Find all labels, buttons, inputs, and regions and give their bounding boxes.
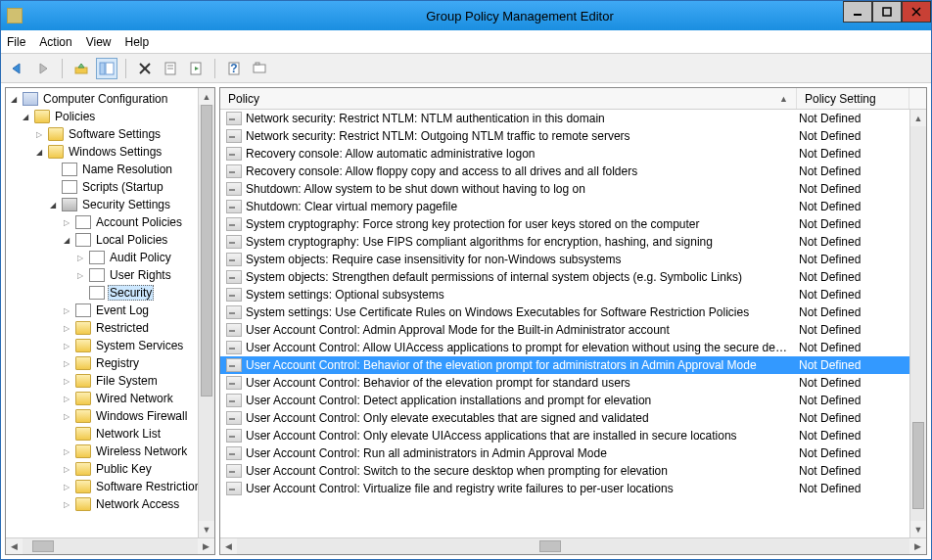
menu-action[interactable]: Action bbox=[39, 35, 71, 49]
tree-audit-policy[interactable]: Audit Policy bbox=[6, 249, 214, 266]
scroll-up-icon[interactable]: ▲ bbox=[910, 110, 926, 126]
expand-arrow-icon[interactable] bbox=[61, 498, 72, 510]
options-button[interactable] bbox=[249, 58, 270, 79]
delete-button[interactable] bbox=[134, 58, 156, 79]
expand-arrow-icon[interactable] bbox=[61, 216, 72, 228]
expand-arrow-icon[interactable] bbox=[47, 199, 59, 210]
expand-arrow-icon[interactable] bbox=[74, 252, 86, 263]
up-button[interactable] bbox=[70, 58, 92, 79]
tree-restricted[interactable]: Restricted bbox=[6, 319, 214, 337]
expand-arrow-icon[interactable] bbox=[61, 410, 72, 422]
maximize-button[interactable] bbox=[872, 1, 902, 23]
minimize-button[interactable] bbox=[843, 1, 872, 23]
scroll-down-icon[interactable]: ▼ bbox=[910, 521, 926, 537]
column-policy-header[interactable]: Policy ▲ bbox=[220, 88, 797, 109]
tree-security-options[interactable]: Security bbox=[6, 284, 214, 302]
policy-row[interactable]: System objects: Require case insensitivi… bbox=[220, 251, 909, 268]
expand-arrow-icon[interactable] bbox=[61, 481, 72, 492]
policy-row[interactable]: System cryptography: Use FIPS compliant … bbox=[220, 233, 909, 251]
policy-row[interactable]: User Account Control: Allow UIAccess app… bbox=[220, 339, 909, 356]
policy-row[interactable]: Network security: Restrict NTLM: Outgoin… bbox=[220, 127, 909, 145]
menu-view[interactable]: View bbox=[86, 35, 112, 49]
tree-label: Wireless Network bbox=[94, 444, 189, 458]
policy-row[interactable]: User Account Control: Admin Approval Mod… bbox=[220, 321, 909, 339]
expand-arrow-icon[interactable] bbox=[61, 357, 72, 369]
properties-button[interactable] bbox=[160, 58, 181, 79]
policy-row[interactable]: User Account Control: Run all administra… bbox=[220, 444, 909, 462]
policy-row[interactable]: User Account Control: Switch to the secu… bbox=[220, 462, 909, 480]
tree-registry[interactable]: Registry bbox=[6, 354, 214, 372]
tree-user-rights[interactable]: User Rights bbox=[6, 266, 214, 284]
policy-row[interactable]: User Account Control: Behavior of the el… bbox=[220, 356, 909, 374]
expand-arrow-icon[interactable] bbox=[61, 304, 72, 316]
column-setting-header[interactable]: Policy Setting bbox=[797, 88, 909, 109]
policy-row[interactable]: Shutdown: Clear virtual memory pagefileN… bbox=[220, 198, 909, 215]
tree-vertical-scrollbar[interactable]: ▲ ▼ bbox=[198, 88, 214, 537]
separator bbox=[62, 59, 63, 78]
expand-arrow-icon[interactable] bbox=[33, 146, 45, 158]
close-button[interactable] bbox=[902, 1, 931, 23]
tree-security-settings[interactable]: Security Settings bbox=[6, 196, 214, 213]
menu-help[interactable]: Help bbox=[125, 35, 150, 49]
tree-scripts[interactable]: Scripts (Startup bbox=[6, 178, 214, 196]
tree-wireless-network[interactable]: Wireless Network bbox=[6, 443, 214, 460]
policy-row[interactable]: User Account Control: Only elevate execu… bbox=[220, 409, 909, 427]
menu-file[interactable]: File bbox=[7, 35, 25, 49]
tree-file-system[interactable]: File System bbox=[6, 372, 214, 390]
tree-policies[interactable]: Policies bbox=[6, 108, 214, 125]
tree-network-access[interactable]: Network Access bbox=[6, 495, 214, 513]
tree-label: File System bbox=[94, 374, 160, 388]
policy-row[interactable]: User Account Control: Behavior of the el… bbox=[220, 374, 909, 392]
tree-horizontal-scrollbar[interactable]: ◀ ▶ bbox=[6, 537, 214, 554]
back-button[interactable] bbox=[7, 58, 28, 79]
expand-arrow-icon[interactable] bbox=[61, 463, 72, 475]
expand-arrow-icon[interactable] bbox=[61, 375, 72, 387]
expand-arrow-icon[interactable] bbox=[74, 269, 86, 281]
tree-system-services[interactable]: System Services bbox=[6, 337, 214, 354]
expand-arrow-icon[interactable] bbox=[61, 322, 72, 334]
tree-windows-settings[interactable]: Windows Settings bbox=[6, 143, 214, 161]
policy-row[interactable]: System settings: Use Certificate Rules o… bbox=[220, 303, 909, 321]
scroll-left-icon[interactable]: ◀ bbox=[220, 538, 237, 554]
folder-icon bbox=[75, 409, 91, 423]
list-vertical-scrollbar[interactable]: ▲ ▼ bbox=[909, 110, 926, 537]
policy-row[interactable]: User Account Control: Detect application… bbox=[220, 392, 909, 409]
expand-arrow-icon[interactable] bbox=[61, 393, 72, 404]
list-horizontal-scrollbar[interactable]: ◀ ▶ bbox=[220, 537, 926, 554]
help-button[interactable]: ? bbox=[223, 58, 245, 79]
expand-arrow-icon[interactable] bbox=[61, 340, 72, 351]
policy-row[interactable]: User Account Control: Only elevate UIAcc… bbox=[220, 427, 909, 444]
expand-arrow-icon[interactable] bbox=[61, 445, 72, 457]
policy-row[interactable]: Recovery console: Allow automatic admini… bbox=[220, 145, 909, 163]
tree-account-policies[interactable]: Account Policies bbox=[6, 213, 214, 231]
policy-row[interactable]: Recovery console: Allow floppy copy and … bbox=[220, 163, 909, 180]
tree-wired-network[interactable]: Wired Network bbox=[6, 390, 214, 407]
scroll-right-icon[interactable]: ▶ bbox=[909, 538, 926, 554]
tree-local-policies[interactable]: Local Policies bbox=[6, 231, 214, 249]
tree-network-list[interactable]: Network List bbox=[6, 425, 214, 443]
expand-arrow-icon[interactable] bbox=[8, 93, 20, 105]
policy-row[interactable]: System objects: Strengthen default permi… bbox=[220, 268, 909, 286]
tree-name-resolution[interactable]: Name Resolution bbox=[6, 161, 214, 178]
policy-row[interactable]: Network security: Restrict NTLM: NTLM au… bbox=[220, 110, 909, 127]
tree-public-key[interactable]: Public Key bbox=[6, 460, 214, 478]
tree-software-restriction[interactable]: Software Restriction bbox=[6, 478, 214, 495]
tree-toggle-button[interactable] bbox=[96, 58, 117, 79]
policy-row[interactable]: System settings: Optional subsystemsNot … bbox=[220, 286, 909, 303]
scroll-down-icon[interactable]: ▼ bbox=[199, 521, 214, 537]
expand-arrow-icon[interactable] bbox=[33, 128, 45, 140]
tree-event-log[interactable]: Event Log bbox=[6, 302, 214, 319]
forward-button[interactable] bbox=[32, 58, 54, 79]
tree-computer-configuration[interactable]: Computer Configuration bbox=[6, 90, 214, 108]
scroll-left-icon[interactable]: ◀ bbox=[6, 538, 23, 554]
policy-row[interactable]: User Account Control: Virtualize file an… bbox=[220, 480, 909, 497]
export-button[interactable] bbox=[185, 58, 207, 79]
tree-software-settings[interactable]: Software Settings bbox=[6, 125, 214, 143]
tree-windows-firewall[interactable]: Windows Firewall bbox=[6, 407, 214, 425]
policy-row[interactable]: Shutdown: Allow system to be shut down w… bbox=[220, 180, 909, 198]
scroll-right-icon[interactable]: ▶ bbox=[198, 538, 214, 554]
expand-arrow-icon[interactable] bbox=[20, 111, 31, 122]
scroll-up-icon[interactable]: ▲ bbox=[199, 88, 214, 105]
expand-arrow-icon[interactable] bbox=[61, 234, 72, 246]
policy-row[interactable]: System cryptography: Force strong key pr… bbox=[220, 215, 909, 233]
